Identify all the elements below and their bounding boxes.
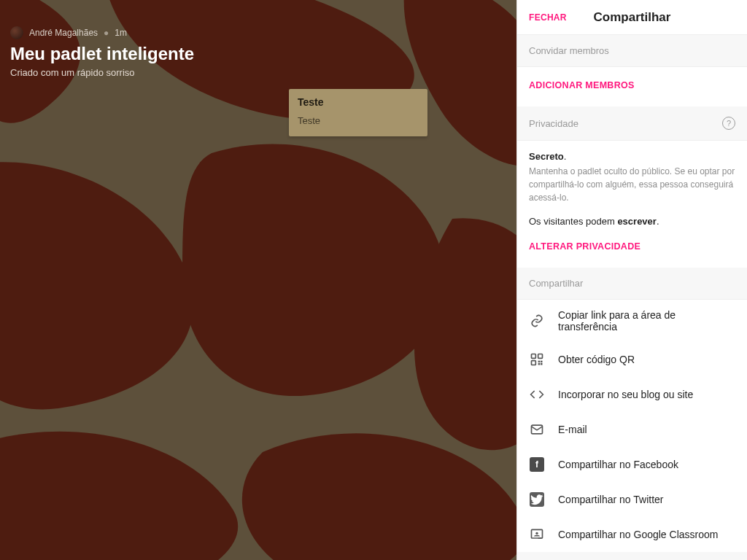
svg-rect-4 bbox=[538, 361, 541, 363]
post-card-title: Teste bbox=[298, 96, 419, 108]
section-share: Compartilhar bbox=[517, 268, 747, 300]
share-panel: FECHAR Compartilhar Convidar membros ADI… bbox=[516, 0, 747, 560]
share-embed-label: Incorporar no seu blog ou site bbox=[558, 389, 693, 400]
share-email[interactable]: E-mail bbox=[517, 412, 747, 447]
share-facebook[interactable]: f Compartilhar no Facebook bbox=[517, 447, 747, 482]
board-header: André Magalhães ● 1m Meu padlet intelige… bbox=[10, 26, 194, 78]
share-panel-header: FECHAR Compartilhar bbox=[517, 0, 747, 35]
board-canvas[interactable]: André Magalhães ● 1m Meu padlet intelige… bbox=[0, 0, 516, 560]
share-facebook-label: Compartilhar no Facebook bbox=[558, 459, 678, 470]
share-panel-scroll[interactable]: Convidar membros ADICIONAR MEMBROS Priva… bbox=[517, 35, 747, 560]
share-copy-link[interactable]: Copiar link para a área de transferência bbox=[517, 300, 747, 342]
svg-rect-11 bbox=[538, 537, 542, 539]
share-twitter[interactable]: Compartilhar no Twitter bbox=[517, 482, 747, 517]
link-icon bbox=[529, 313, 545, 329]
post-card-body: Teste bbox=[298, 115, 419, 126]
add-members-button[interactable]: ADICIONAR MEMBROS bbox=[517, 67, 747, 106]
section-export: Exportar bbox=[517, 552, 747, 560]
svg-rect-2 bbox=[538, 354, 543, 359]
share-classroom-label: Compartilhar no Google Classroom bbox=[558, 529, 718, 540]
share-embed[interactable]: Incorporar no seu blog ou site bbox=[517, 377, 747, 412]
separator-dot: ● bbox=[104, 28, 109, 38]
share-panel-title: Compartilhar bbox=[594, 10, 671, 25]
author-name[interactable]: André Magalhães bbox=[29, 28, 98, 38]
svg-rect-6 bbox=[538, 363, 541, 365]
share-classroom[interactable]: Compartilhar no Google Classroom bbox=[517, 517, 747, 552]
board-title[interactable]: Meu padlet inteligente bbox=[10, 44, 194, 64]
share-copy-link-label: Copiar link para a área de transferência bbox=[558, 309, 735, 332]
twitter-icon bbox=[529, 491, 545, 508]
svg-rect-1 bbox=[532, 354, 536, 359]
privacy-help-icon[interactable]: ? bbox=[722, 117, 735, 130]
svg-point-10 bbox=[535, 532, 538, 534]
post-card[interactable]: Teste Teste bbox=[289, 89, 427, 136]
author-avatar[interactable] bbox=[10, 26, 23, 39]
email-icon bbox=[529, 421, 545, 438]
privacy-mode: Secreto. bbox=[529, 151, 735, 162]
facebook-icon: f bbox=[529, 456, 545, 472]
svg-rect-3 bbox=[532, 361, 536, 365]
share-twitter-label: Compartilhar no Twitter bbox=[558, 494, 663, 505]
privacy-details: Secreto. Mantenha o padlet oculto do púb… bbox=[517, 141, 747, 228]
classroom-icon bbox=[529, 526, 545, 542]
svg-rect-5 bbox=[541, 363, 543, 365]
qr-icon bbox=[529, 351, 545, 368]
post-age: 1m bbox=[115, 28, 127, 38]
section-share-label: Compartilhar bbox=[529, 278, 583, 289]
section-privacy: Privacidade ? bbox=[517, 106, 747, 141]
visitor-permission: Os visitantes podem escrever. bbox=[529, 216, 735, 227]
board-dim-overlay bbox=[0, 0, 516, 560]
share-qr-label: Obter código QR bbox=[558, 354, 635, 365]
section-privacy-label: Privacidade bbox=[529, 118, 578, 129]
change-privacy-button[interactable]: ALTERAR PRIVACIDADE bbox=[517, 228, 747, 268]
section-invite-label: Convidar membros bbox=[529, 45, 609, 56]
board-subtitle: Criado com um rápido sorriso bbox=[10, 67, 194, 78]
share-qr[interactable]: Obter código QR bbox=[517, 342, 747, 377]
embed-icon bbox=[529, 386, 545, 402]
section-invite-members: Convidar membros bbox=[517, 35, 747, 67]
svg-rect-7 bbox=[541, 361, 543, 363]
privacy-description: Mantenha o padlet oculto do público. Se … bbox=[529, 165, 735, 204]
share-email-label: E-mail bbox=[558, 424, 587, 435]
close-button[interactable]: FECHAR bbox=[529, 0, 567, 35]
